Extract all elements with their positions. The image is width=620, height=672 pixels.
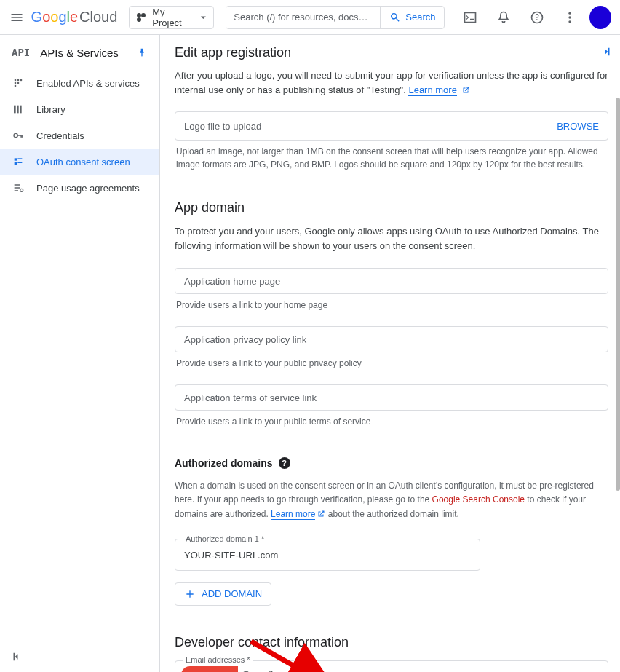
search-icon xyxy=(389,12,401,23)
search-button[interactable]: Search xyxy=(380,7,444,28)
sidebar: API APIs & Services Enabled APIs & servi… xyxy=(0,35,160,672)
learn-more-link[interactable]: Learn more xyxy=(271,509,315,520)
consent-icon xyxy=(12,155,25,168)
svg-rect-11 xyxy=(14,106,16,114)
email-suffix: @gmail.com xyxy=(238,669,296,672)
svg-point-7 xyxy=(20,79,23,82)
sidebar-item-oauth-consent[interactable]: OAuth consent screen xyxy=(0,149,159,175)
external-link-icon xyxy=(461,86,470,95)
svg-point-6 xyxy=(17,79,20,82)
chevron-down-icon xyxy=(197,11,210,24)
email-addresses-label: Email addresses * xyxy=(183,655,253,664)
svg-point-19 xyxy=(20,189,23,191)
project-icon xyxy=(135,12,146,23)
page-title: Edit app registration xyxy=(160,35,620,70)
sidebar-item-label: OAuth consent screen xyxy=(36,157,130,167)
svg-point-3 xyxy=(568,16,571,18)
help-icon[interactable]: ? xyxy=(523,3,551,32)
google-search-console-link[interactable]: Google Search Console xyxy=(432,494,525,505)
key-icon xyxy=(12,129,25,142)
search-button-label: Search xyxy=(405,12,435,23)
developer-contact-heading: Developer contact information xyxy=(175,635,608,650)
add-domain-button[interactable]: ADD DOMAIN xyxy=(175,582,271,606)
sidebar-item-label: Credentials xyxy=(36,130,84,141)
email-chip: @gmail.com ✕ xyxy=(181,666,312,672)
more-options-icon[interactable] xyxy=(556,3,584,32)
account-avatar[interactable] xyxy=(589,6,611,29)
sidebar-header: API APIs & Services xyxy=(0,35,159,70)
app-domain-heading: App domain xyxy=(175,200,608,216)
tos-input[interactable] xyxy=(175,384,608,411)
svg-rect-13 xyxy=(20,106,22,114)
logo-verification-text: After you upload a logo, you will need t… xyxy=(175,68,608,97)
notifications-icon[interactable] xyxy=(490,3,517,32)
authorized-domains-heading: Authorized domains ? xyxy=(175,457,608,469)
svg-point-8 xyxy=(15,82,17,84)
browse-button[interactable]: BROWSE xyxy=(557,121,599,132)
sidebar-title: APIs & Services xyxy=(40,47,126,59)
external-link-icon xyxy=(317,510,325,518)
redacted-email-prefix xyxy=(181,666,238,672)
library-icon xyxy=(12,103,25,116)
svg-rect-12 xyxy=(17,106,19,114)
help-tooltip-icon[interactable]: ? xyxy=(279,457,290,469)
app-domain-desc: To protect you and your users, Google on… xyxy=(175,224,608,253)
privacy-policy-input[interactable] xyxy=(175,326,608,352)
main-panel: Edit app registration After you upload a… xyxy=(160,35,620,672)
plus-icon xyxy=(184,588,196,600)
search-input[interactable] xyxy=(226,7,380,28)
search-box: Search xyxy=(226,6,445,29)
home-page-helper: Provide users a link to your home page xyxy=(176,299,607,312)
logo-upload-helper: Upload an image, not larger than 1MB on … xyxy=(176,145,607,171)
project-name: My Project xyxy=(152,7,194,28)
svg-rect-15 xyxy=(15,158,17,160)
google-cloud-logo[interactable]: Google Cloud xyxy=(31,9,118,25)
privacy-policy-helper: Provide users a link to your public priv… xyxy=(176,357,607,370)
hide-info-panel-icon[interactable] xyxy=(600,45,613,58)
cloud-text: Cloud xyxy=(79,9,117,25)
svg-rect-17 xyxy=(15,162,17,165)
svg-rect-18 xyxy=(17,162,22,163)
home-page-input[interactable] xyxy=(175,268,608,294)
sidebar-item-page-usage[interactable]: Page usage agreements xyxy=(0,175,159,201)
grid-icon xyxy=(12,76,25,90)
svg-point-10 xyxy=(15,85,17,87)
authorized-domain-field[interactable]: Authorized domain 1 * xyxy=(175,539,480,571)
logo-upload-placeholder: Logo file to upload xyxy=(184,121,557,132)
sidebar-item-credentials[interactable]: Credentials xyxy=(0,122,159,149)
svg-point-5 xyxy=(15,79,17,82)
svg-point-2 xyxy=(568,12,571,14)
agreement-icon xyxy=(12,181,25,194)
sidebar-item-enabled-apis[interactable]: Enabled APIs & services xyxy=(0,70,159,96)
sidebar-item-library[interactable]: Library xyxy=(0,96,159,122)
top-header: Google Cloud My Project Search ? xyxy=(0,0,620,35)
sidebar-item-label: Library xyxy=(36,104,65,115)
tos-helper: Provide users a link to your public term… xyxy=(176,415,607,428)
hamburger-menu-icon[interactable] xyxy=(9,9,25,26)
cloud-shell-icon[interactable] xyxy=(456,3,484,32)
pin-icon[interactable] xyxy=(136,47,148,58)
sidebar-item-label: Enabled APIs & services xyxy=(36,78,140,89)
authorized-domains-para: When a domain is used on the consent scr… xyxy=(175,479,608,521)
authorized-domain-input[interactable] xyxy=(184,539,471,570)
logo-upload-field[interactable]: Logo file to upload BROWSE xyxy=(175,111,608,141)
svg-point-9 xyxy=(17,82,20,84)
svg-point-14 xyxy=(14,133,17,137)
remove-chip-icon[interactable]: ✕ xyxy=(299,668,312,672)
authorized-domain-label: Authorized domain 1 * xyxy=(183,534,267,543)
add-domain-label: ADD DOMAIN xyxy=(202,588,262,599)
sidebar-collapse-icon[interactable] xyxy=(6,646,28,668)
api-logo: API xyxy=(12,47,30,58)
sidebar-item-label: Page usage agreements xyxy=(36,183,140,194)
project-selector[interactable]: My Project xyxy=(129,6,214,29)
svg-text:?: ? xyxy=(535,13,539,21)
svg-point-4 xyxy=(568,20,571,23)
svg-rect-16 xyxy=(17,158,22,159)
email-addresses-field[interactable]: Email addresses * @gmail.com ✕ xyxy=(175,660,608,672)
learn-more-link[interactable]: Learn more xyxy=(408,84,456,96)
